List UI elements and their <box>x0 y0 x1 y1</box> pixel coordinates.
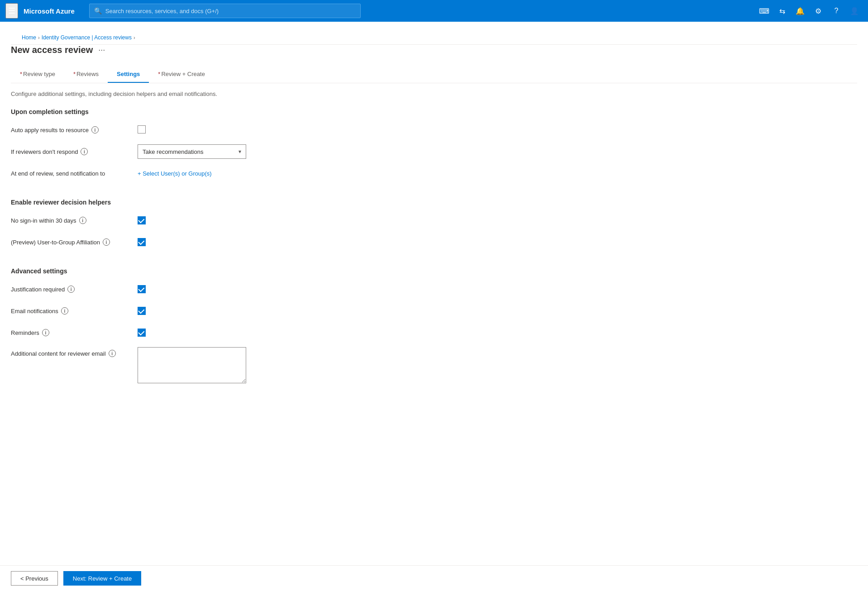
hamburger-menu[interactable]: ☰ <box>5 3 18 19</box>
additional-content-textarea[interactable] <box>138 347 246 383</box>
tab-review-type[interactable]: *Review type <box>11 66 64 83</box>
no-signin-checkbox[interactable] <box>138 216 146 224</box>
additional-content-info-icon: i <box>109 350 116 357</box>
tab-description: Configure additional settings, including… <box>11 91 857 97</box>
email-notifications-checkbox[interactable] <box>138 307 146 315</box>
reminders-info-icon: i <box>42 329 49 336</box>
advanced-section: Advanced settings Justification required… <box>11 267 857 385</box>
cloud-shell-icon[interactable]: ⌨ <box>756 3 772 19</box>
page-header: New access review ··· <box>11 45 857 55</box>
breadcrumb: Home › Identity Governance | Access revi… <box>11 31 857 45</box>
no-signin-row: No sign-in within 30 days i <box>11 213 857 228</box>
reminders-label: Reminders i <box>11 329 138 336</box>
footer-bar: < Previous Next: Review + Create <box>0 565 868 591</box>
dropdown-arrow-icon: ▾ <box>238 148 241 155</box>
decision-helpers-section: Enable reviewer decision helpers No sign… <box>11 199 857 249</box>
justification-info-icon: i <box>67 286 75 293</box>
completion-header: Upon completion settings <box>11 108 857 115</box>
search-bar[interactable]: 🔍 <box>89 4 361 18</box>
user-group-checkbox[interactable] <box>138 238 146 246</box>
auto-apply-row: Auto apply results to resource i <box>11 123 857 137</box>
search-icon: 🔍 <box>94 7 102 14</box>
reminders-row: Reminders i <box>11 325 857 340</box>
email-notifications-info-icon: i <box>61 307 68 315</box>
additional-content-control <box>138 347 364 385</box>
help-icon[interactable]: ? <box>828 3 844 19</box>
tab-asterisk: * <box>20 71 22 77</box>
tab-reviews[interactable]: *Reviews <box>64 66 108 83</box>
reviewers-respond-row: If reviewers don't respond i Take recomm… <box>11 144 857 159</box>
topbar: ☰ Microsoft Azure 🔍 ⌨ ⇆ 🔔 ⚙ ? 👤 <box>0 0 868 22</box>
select-users-groups-link[interactable]: + Select User(s) or Group(s) <box>138 170 212 177</box>
previous-button[interactable]: < Previous <box>11 571 58 586</box>
justification-checkbox[interactable] <box>138 285 146 293</box>
wizard-tabs: *Review type *Reviews Settings *Review +… <box>11 66 857 83</box>
additional-content-label: Additional content for reviewer email i <box>11 347 138 357</box>
tab-review-create[interactable]: *Review + Create <box>149 66 214 83</box>
notifications-icon[interactable]: 🔔 <box>792 3 808 19</box>
search-input[interactable] <box>105 8 356 14</box>
account-icon[interactable]: 👤 <box>846 3 863 19</box>
breadcrumb-home[interactable]: Home <box>22 34 36 41</box>
auto-apply-checkbox[interactable] <box>138 125 146 133</box>
app-title: Microsoft Azure <box>24 7 75 15</box>
reviewers-respond-control: Take recommendations ▾ <box>138 144 364 159</box>
reminders-checkbox[interactable] <box>138 329 146 337</box>
no-signin-info-icon: i <box>79 217 86 224</box>
auto-apply-label: Auto apply results to resource i <box>11 126 138 133</box>
breadcrumb-sep1: › <box>38 35 40 40</box>
user-group-control <box>138 238 364 246</box>
main-content: Home › Identity Governance | Access revi… <box>0 22 868 591</box>
completion-section: Upon completion settings Auto apply resu… <box>11 108 857 181</box>
justification-row: Justification required i <box>11 282 857 296</box>
email-notifications-control <box>138 307 364 315</box>
justification-label: Justification required i <box>11 286 138 293</box>
notification-row: At end of review, send notification to +… <box>11 166 857 181</box>
user-group-label: (Preview) User-to-Group Affiliation i <box>11 238 138 246</box>
reviewers-respond-dropdown[interactable]: Take recommendations ▾ <box>138 144 246 159</box>
more-options-icon[interactable]: ··· <box>98 45 105 55</box>
notification-label: At end of review, send notification to <box>11 170 138 177</box>
reminders-control <box>138 329 364 337</box>
directory-icon[interactable]: ⇆ <box>774 3 790 19</box>
user-group-row: (Preview) User-to-Group Affiliation i <box>11 235 857 249</box>
email-notifications-label: Email notifications i <box>11 307 138 315</box>
advanced-header: Advanced settings <box>11 267 857 275</box>
breadcrumb-sep2: › <box>134 35 135 40</box>
settings-icon[interactable]: ⚙ <box>810 3 826 19</box>
tab-asterisk: * <box>158 71 160 77</box>
tab-asterisk: * <box>73 71 76 77</box>
topbar-actions: ⌨ ⇆ 🔔 ⚙ ? 👤 <box>756 3 863 19</box>
justification-control <box>138 285 364 293</box>
email-notifications-row: Email notifications i <box>11 304 857 318</box>
page-title: New access review <box>11 45 93 55</box>
decision-helpers-header: Enable reviewer decision helpers <box>11 199 857 206</box>
breadcrumb-parent[interactable]: Identity Governance | Access reviews <box>42 34 132 41</box>
reviewers-respond-info-icon: i <box>81 148 88 155</box>
next-button[interactable]: Next: Review + Create <box>63 571 141 586</box>
user-group-info-icon: i <box>103 238 110 246</box>
tab-settings[interactable]: Settings <box>108 66 149 83</box>
no-signin-label: No sign-in within 30 days i <box>11 217 138 224</box>
notification-control: + Select User(s) or Group(s) <box>138 170 364 177</box>
additional-content-row: Additional content for reviewer email i <box>11 347 857 385</box>
auto-apply-control <box>138 125 364 135</box>
no-signin-control <box>138 216 364 224</box>
reviewers-respond-label: If reviewers don't respond i <box>11 148 138 155</box>
auto-apply-info-icon: i <box>91 126 99 133</box>
